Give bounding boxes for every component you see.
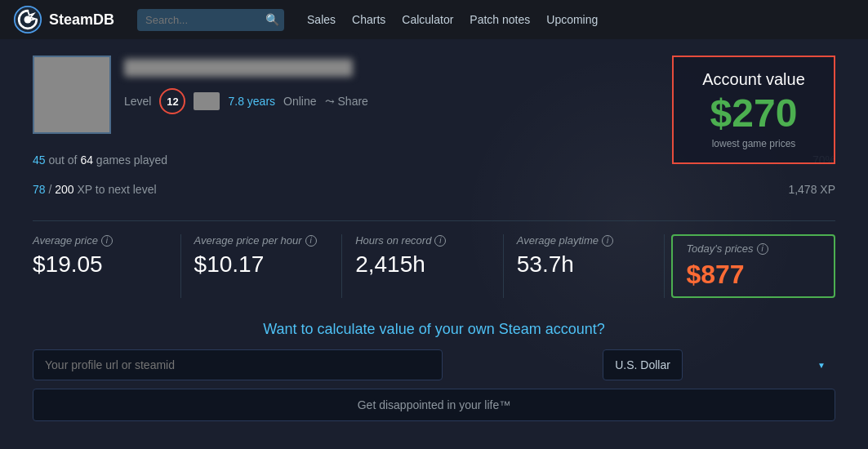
- currency-select-wrap: U.S. Dollar: [451, 349, 836, 380]
- stat-avg-per-hour-value: $10.17: [194, 251, 329, 278]
- stat-avg-per-hour-label: Average price per hour i: [194, 234, 329, 247]
- stat-avg-playtime-label: Average playtime i: [517, 234, 652, 247]
- today-prices-info-icon[interactable]: i: [757, 243, 768, 255]
- level-label: Level: [124, 95, 151, 108]
- nav-calculator[interactable]: Calculator: [402, 13, 453, 26]
- search-button[interactable]: 🔍: [265, 13, 279, 26]
- stat-avg-per-hour: Average price per hour i $10.17: [181, 234, 343, 298]
- stat-avg-price-value: $19.05: [33, 251, 167, 278]
- stat-today-prices: Today's prices i $877: [671, 234, 835, 298]
- profile-name-blurred: [124, 59, 353, 77]
- online-status: Online: [283, 95, 316, 108]
- today-prices-value: $877: [686, 260, 821, 290]
- nav-charts[interactable]: Charts: [352, 13, 385, 26]
- avatar: [33, 56, 111, 134]
- level-badge: 12: [159, 88, 185, 114]
- account-value-amount: $270: [693, 94, 814, 133]
- account-value-sub: lowest game prices: [693, 138, 814, 149]
- profile-url-input[interactable]: [33, 349, 443, 380]
- stat-avg-playtime: Average playtime i 53.7h: [504, 234, 665, 298]
- calc-title: Want to calculate value of your own Stea…: [33, 321, 835, 338]
- games-total-count: 64: [80, 153, 93, 167]
- brand-logo[interactable]: SteamDB: [13, 5, 114, 34]
- stats-section: Average price i $19.05 Average price per…: [33, 220, 835, 298]
- avg-per-hour-info-icon[interactable]: i: [305, 235, 317, 247]
- xp-total: 1,478 XP: [786, 183, 835, 196]
- xp-max: 200: [55, 183, 73, 196]
- games-played-text: 45 out of 64 games played: [33, 153, 167, 167]
- stat-avg-price: Average price i $19.05: [33, 234, 181, 298]
- years-text: 7.8 years: [228, 95, 275, 108]
- navbar: SteamDB 🔍 Sales Charts Calculator Patch …: [0, 0, 868, 39]
- calc-inputs-row: U.S. Dollar: [33, 349, 835, 380]
- calc-submit-button[interactable]: Get disappointed in your life™: [33, 389, 835, 421]
- nav-patchnotes[interactable]: Patch notes: [470, 13, 530, 26]
- stat-hours-record: Hours on record i 2,415h: [342, 234, 504, 298]
- stat-hours-label: Hours on record i: [355, 234, 490, 247]
- steam-logo-icon: [13, 5, 42, 34]
- games-played-count: 45: [33, 153, 46, 167]
- rank-box: [194, 92, 220, 110]
- stat-avg-price-label: Average price i: [33, 234, 167, 247]
- share-icon: ⤳: [325, 95, 335, 108]
- account-value-box: Account value $270 lowest game prices: [672, 56, 835, 164]
- hours-info-icon[interactable]: i: [434, 235, 446, 247]
- xp-bar-labels: 78 / 200 XP to next level 1,478 XP: [33, 183, 835, 196]
- avg-price-info-icon[interactable]: i: [101, 235, 113, 247]
- search-container: 🔍: [137, 9, 284, 31]
- calculator-section: Want to calculate value of your own Stea…: [33, 321, 835, 421]
- playtime-info-icon[interactable]: i: [602, 235, 613, 247]
- xp-text: 78 / 200 XP to next level: [33, 183, 157, 196]
- nav-sales[interactable]: Sales: [307, 13, 336, 26]
- search-input[interactable]: [137, 9, 284, 31]
- currency-select[interactable]: U.S. Dollar: [603, 349, 683, 380]
- account-value-label: Account value: [693, 70, 814, 89]
- nav-links: Sales Charts Calculator Patch notes Upco…: [307, 13, 598, 26]
- stat-hours-value: 2,415h: [355, 251, 490, 278]
- today-prices-label: Today's prices i: [686, 242, 821, 255]
- share-button[interactable]: ⤳ Share: [325, 95, 368, 108]
- nav-upcoming[interactable]: Upcoming: [546, 13, 598, 26]
- xp-current: 78: [33, 183, 46, 196]
- stat-avg-playtime-value: 53.7h: [517, 251, 652, 278]
- main-content: Level 12 7.8 years Online ⤳ Share Accoun…: [0, 39, 868, 438]
